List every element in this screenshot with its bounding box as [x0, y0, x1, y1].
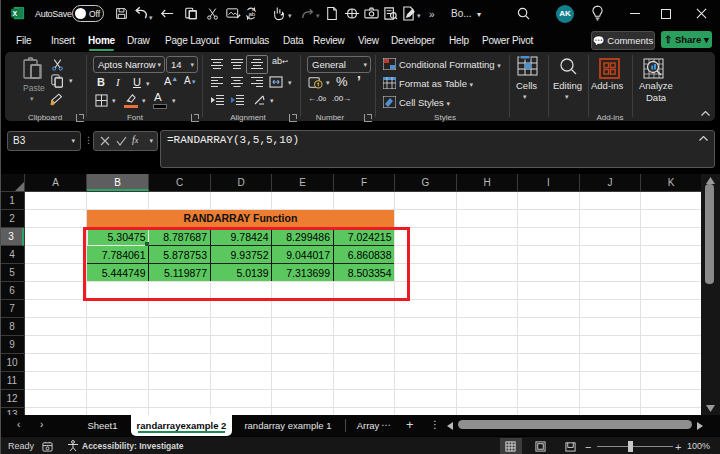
svg-text:X: X [13, 10, 18, 17]
svg-text:ab: ab [248, 10, 255, 17]
